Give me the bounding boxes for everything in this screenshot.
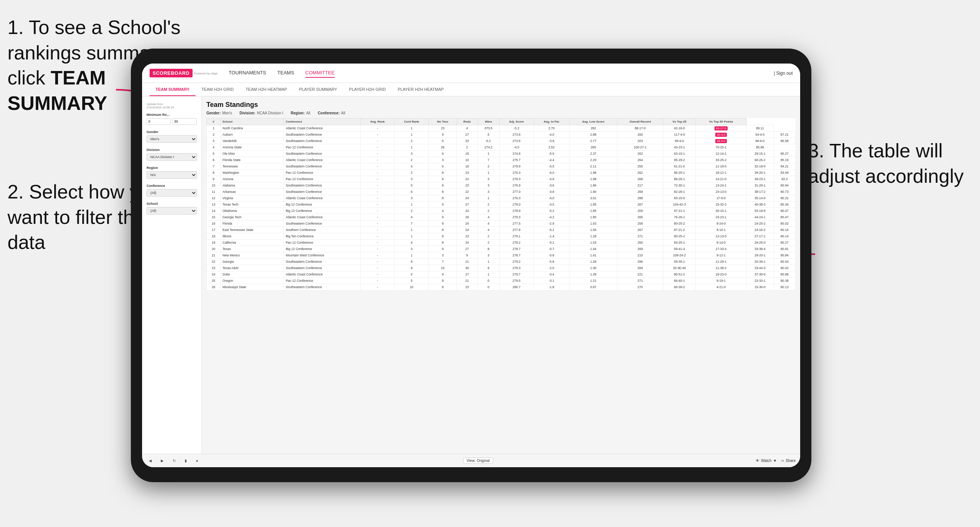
table-cell: 279.7 bbox=[500, 271, 533, 278]
table-cell: 29-15-1 bbox=[746, 151, 773, 157]
table-cell: 85.19 bbox=[773, 157, 795, 163]
table-cell: 267 bbox=[617, 202, 663, 208]
table-cell: -2.0 bbox=[533, 265, 570, 271]
sidebar-min-rounds: Minimum Ro... bbox=[146, 113, 197, 125]
table-cell: 258 bbox=[617, 221, 663, 227]
sign-out[interactable]: | Sign out bbox=[774, 71, 793, 76]
sidebar-min-rounds-input1[interactable] bbox=[146, 118, 171, 125]
table-cell: 4 bbox=[457, 125, 477, 132]
table-cell: 76-26-1 bbox=[663, 214, 696, 221]
table-cell: 27 bbox=[457, 132, 477, 138]
sub-nav-player-summary[interactable]: PLAYER SUMMARY bbox=[293, 83, 343, 96]
filter-conference-value: All bbox=[341, 111, 345, 115]
col-wins: Wins bbox=[477, 119, 499, 125]
watch-chevron: ▼ bbox=[773, 459, 776, 463]
table-cell: Big 12 Conference bbox=[284, 246, 361, 252]
toolbar-back[interactable]: ◀ bbox=[146, 457, 154, 464]
table-cell: Atlantic Coast Conference bbox=[284, 125, 361, 132]
table-cell: 23-16-2 bbox=[746, 227, 773, 233]
tablet-screen: SCOREBOARD Powered by clippi TOURNAMENTS… bbox=[142, 63, 800, 467]
sub-nav-team-h2h-grid[interactable]: TEAM H2H GRID bbox=[196, 83, 240, 96]
main-content: Update time: 27/03/2024 16:56:26 Minimum… bbox=[142, 97, 800, 454]
table-cell: 17 bbox=[207, 227, 221, 233]
table-cell: Southeastern Conference bbox=[284, 189, 361, 195]
table-cell: 8 bbox=[429, 227, 457, 233]
table-cell: Arizona State bbox=[221, 144, 284, 151]
table-cell: -4.2 bbox=[533, 214, 570, 221]
table-cell: 8 bbox=[477, 246, 499, 252]
table-cell: 3 bbox=[477, 252, 499, 259]
table-cell: Duke bbox=[221, 271, 284, 278]
toolbar-refresh[interactable]: ↻ bbox=[170, 457, 178, 464]
table-cell: Pac-12 Conference bbox=[284, 144, 361, 151]
toolbar-view-label: View: Original bbox=[467, 459, 490, 463]
table-cell: 80.91 bbox=[773, 246, 795, 252]
table-cell: 1 bbox=[395, 233, 429, 240]
table-cell: 2 bbox=[395, 157, 429, 163]
table-cell: 88-17-0 bbox=[617, 125, 663, 132]
table-cell: 27 bbox=[457, 246, 477, 252]
table-cell: 24 bbox=[457, 227, 477, 233]
table-cell: 277.5 bbox=[500, 221, 533, 227]
table-cell: 6 bbox=[207, 157, 221, 163]
table-cell: 269 bbox=[617, 246, 663, 252]
sidebar-min-rounds-input2[interactable] bbox=[172, 118, 197, 125]
table-cell: 80.73 bbox=[773, 189, 795, 195]
table-cell: - bbox=[361, 252, 395, 259]
sidebar-school-select[interactable]: (All) bbox=[146, 207, 197, 214]
table-cell: 63-17-0 bbox=[696, 125, 746, 132]
table-cell: 3 bbox=[395, 195, 429, 202]
table-cell: 6.2 bbox=[477, 138, 499, 144]
table-cell: 5 bbox=[207, 151, 221, 157]
table-cell: Mountain West Conference bbox=[284, 252, 361, 259]
nav-committee[interactable]: COMMITTEE bbox=[305, 68, 335, 78]
toolbar-clock[interactable]: ● bbox=[194, 457, 200, 464]
table-cell: 203 bbox=[617, 138, 663, 144]
table-cell: 23 bbox=[457, 138, 477, 144]
sidebar-gender-select[interactable]: Men's bbox=[146, 135, 197, 143]
table-cell: Southeastern Conference bbox=[284, 284, 361, 290]
table-cell: Texas A&M bbox=[221, 265, 284, 271]
sidebar-region-select[interactable]: N/A bbox=[146, 171, 197, 179]
table-cell: 276.3 bbox=[500, 170, 533, 176]
table-cell: 1.41 bbox=[570, 252, 617, 259]
sidebar-gender: Gender Men's bbox=[146, 130, 197, 143]
toolbar-forward[interactable]: ▶ bbox=[159, 457, 166, 464]
table-cell: 2 bbox=[395, 138, 429, 144]
table-row: 16FloridaSoutheastern Conference-7924427… bbox=[207, 221, 795, 227]
table-cell: 80.47 bbox=[773, 214, 795, 221]
table-cell: 9-14-0 bbox=[696, 240, 746, 246]
col-conference: Conference bbox=[284, 119, 361, 125]
sub-nav-player-h2h-heatmap[interactable]: PLAYER H2H HEATMAP bbox=[392, 83, 450, 96]
table-cell: 10 bbox=[457, 157, 477, 163]
table-cell: 8 bbox=[429, 189, 457, 195]
nav-tournaments[interactable]: TOURNAMENTS bbox=[229, 68, 266, 78]
nav-teams[interactable]: TEAMS bbox=[277, 68, 294, 78]
logo-sub: Powered by clippi bbox=[194, 72, 218, 75]
toolbar-view-button[interactable]: View: Original bbox=[463, 457, 493, 464]
col-vs-top25: Vs Top 25 bbox=[663, 119, 696, 125]
toolbar-copy[interactable]: ▮ bbox=[183, 457, 189, 464]
col-vs-top50-pts: Vs Top 50 Points bbox=[696, 119, 746, 125]
table-cell: 1.53 bbox=[570, 240, 617, 246]
filter-conference: Conference: All bbox=[318, 111, 345, 115]
table-cell: 80.38 bbox=[773, 278, 795, 284]
table-cell: -1.4 bbox=[533, 233, 570, 240]
table-cell: -0.4 bbox=[533, 271, 570, 278]
sidebar-conference-select[interactable]: (All) bbox=[146, 189, 197, 197]
standings-table: # School Conference Avg. Rank Conf Rank … bbox=[207, 118, 795, 290]
table-cell: 23 bbox=[457, 233, 477, 240]
sub-nav-player-h2h-grid[interactable]: PLAYER H2H GRID bbox=[343, 83, 392, 96]
table-cell: Southeastern Conference bbox=[284, 138, 361, 144]
table-cell: 95-29-2 bbox=[663, 157, 696, 163]
sidebar-division-select[interactable]: NCAA Division I bbox=[146, 153, 197, 161]
toolbar-watch[interactable]: 👁 Watch ▼ bbox=[756, 459, 776, 463]
table-area: Team Standings Gender: Men's Division: N… bbox=[202, 97, 800, 454]
sub-nav-team-h2h-heatmap[interactable]: TEAM H2H HEATMAP bbox=[240, 83, 293, 96]
sub-nav-team-summary[interactable]: TEAM SUMMARY bbox=[150, 83, 196, 96]
table-cell: Illinois bbox=[221, 233, 284, 240]
table-row: 12VirginiaAtlantic Coast Conference-3824… bbox=[207, 195, 795, 202]
toolbar-share[interactable]: ⇨ Share bbox=[781, 459, 795, 463]
table-cell: 11-38-2 bbox=[696, 265, 746, 271]
table-cell: 270 bbox=[617, 284, 663, 290]
